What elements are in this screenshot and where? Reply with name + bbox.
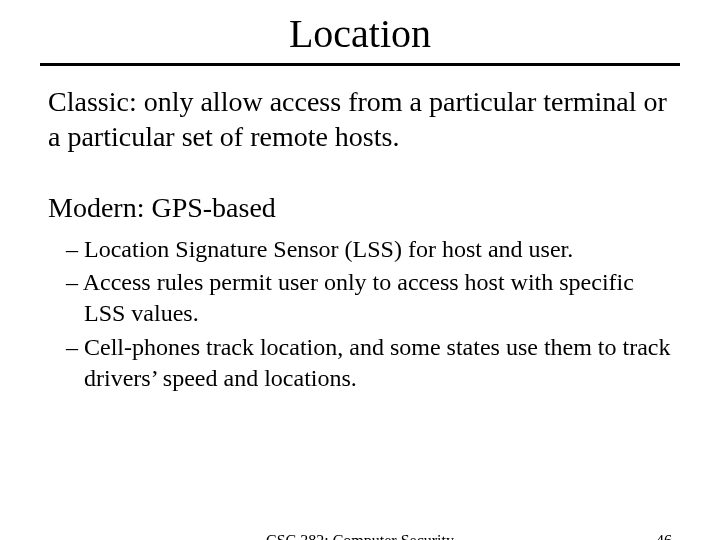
list-item: – Location Signature Sensor (LSS) for ho… — [66, 234, 672, 265]
slide-title: Location — [0, 10, 720, 57]
list-item: – Access rules permit user only to acces… — [66, 267, 672, 329]
title-divider — [40, 63, 680, 66]
list-item: – Cell-phones track location, and some s… — [66, 332, 672, 394]
footer-course: CSC 382: Computer Security — [0, 532, 720, 540]
bullet-list: – Location Signature Sensor (LSS) for ho… — [66, 234, 672, 394]
footer-page-number: 46 — [656, 532, 672, 540]
paragraph-classic: Classic: only allow access from a partic… — [48, 84, 672, 154]
subhead-modern: Modern: GPS-based — [48, 192, 672, 224]
slide-body: Classic: only allow access from a partic… — [48, 84, 672, 394]
slide: Location Classic: only allow access from… — [0, 10, 720, 540]
